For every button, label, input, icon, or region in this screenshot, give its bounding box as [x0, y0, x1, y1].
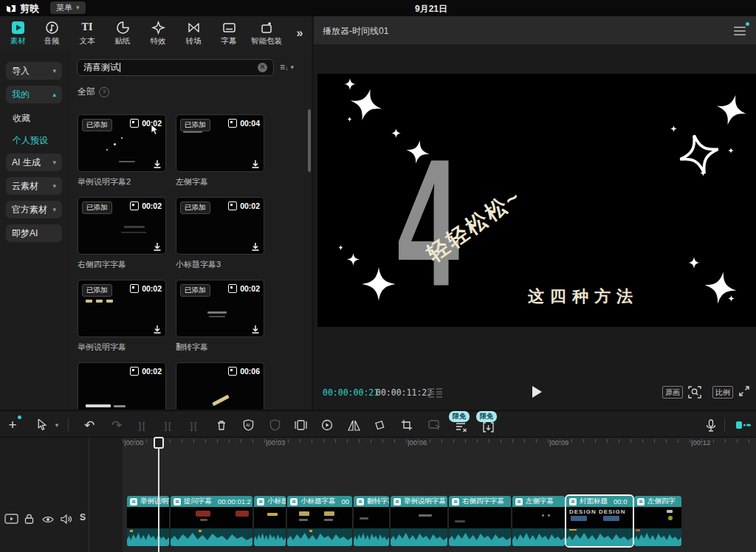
mask-button[interactable] [292, 417, 309, 433]
split-right-button[interactable]: ][ [186, 417, 202, 433]
sidebar-item-cloud-media[interactable]: 云素材▾ [6, 177, 62, 195]
sidebar-item-ai-generate[interactable]: AI 生成▾ [6, 153, 62, 171]
media-card[interactable]: 00:06 [176, 362, 264, 410]
duration-label: 00:02 [142, 367, 162, 376]
card-thumbnail: 00:06 [176, 362, 264, 410]
tab-text[interactable]: TI 文本 [69, 18, 105, 48]
mirror-button[interactable] [346, 417, 362, 433]
hide-track-button[interactable] [42, 514, 54, 527]
timeline-clip[interactable]: =举例说明字幕 [391, 496, 447, 546]
ribbon-tabbar: 素材 音频 TI 文本 贴纸 特效 转场 [0, 16, 312, 51]
sparkle-star-icon [728, 295, 735, 302]
timeline-clip[interactable]: =举例说明字幕 [127, 496, 169, 546]
delete-button[interactable] [213, 417, 230, 433]
sidebar-item-official-media[interactable]: 官方素材▾ [6, 201, 62, 218]
download-icon[interactable] [251, 159, 260, 168]
video-preview-canvas[interactable]: 4 轻轻松松~ 这四种方法 [317, 74, 756, 327]
record-voiceover-button[interactable] [703, 417, 719, 433]
search-value: 清喜测试 [83, 61, 119, 74]
timeline-clip[interactable]: =提问字幕00:00:01:2 [171, 496, 252, 546]
player-menu-icon[interactable] [734, 27, 746, 38]
frame-select-button[interactable] [426, 417, 442, 433]
chevron-down-icon: ▾ [52, 182, 56, 190]
media-card[interactable]: 已添加 00:04 左侧字幕 [176, 114, 264, 187]
rotate-button[interactable] [371, 417, 388, 433]
tab-captions[interactable]: 字幕 [211, 18, 247, 48]
select-tool-button[interactable] [34, 417, 50, 433]
speed-button[interactable] [319, 417, 335, 433]
timeline-clip[interactable]: =小标题字幕 [254, 496, 286, 546]
added-badge: 已添加 [180, 201, 210, 214]
download-icon[interactable] [153, 325, 162, 334]
timeline-clip[interactable]: =小标题字幕00 [287, 496, 352, 546]
ratio-button[interactable]: 比例 [712, 386, 733, 399]
mask-shield-button[interactable] [267, 417, 283, 433]
download-icon[interactable] [251, 325, 260, 334]
solo-track-button[interactable]: S [80, 512, 86, 522]
trash-icon [216, 420, 227, 431]
download-icon[interactable] [251, 242, 260, 251]
tab-sticker[interactable]: 贴纸 [105, 18, 140, 48]
redo-button[interactable]: ↷ [109, 417, 125, 433]
select-tool-chevron[interactable]: ▾ [49, 417, 65, 433]
tab-effects[interactable]: 特效 [140, 18, 176, 48]
lock-track-button[interactable] [24, 514, 34, 527]
ribbon-expand-button[interactable]: » [288, 18, 312, 48]
fullscreen-icon[interactable] [738, 385, 750, 397]
sort-lines-icon: ≡↓ [280, 62, 289, 72]
clear-search-icon[interactable]: ✕ [258, 63, 267, 72]
tab-transition[interactable]: 转场 [176, 18, 211, 48]
sparkle-star-outline-icon [675, 130, 724, 179]
download-icon[interactable] [153, 242, 162, 251]
playhead-line[interactable] [158, 438, 159, 552]
sort-button[interactable]: ≡↓ ▾ [280, 62, 294, 72]
search-input[interactable]: 清喜测试 ✕ [77, 59, 274, 76]
frame-view-icon[interactable] [428, 388, 442, 398]
original-quality-button[interactable]: 原画 [662, 386, 683, 399]
microphone-icon [706, 419, 716, 432]
tab-smart-pack[interactable]: 智能包装 [247, 18, 286, 48]
brackets-plus-icon [483, 422, 494, 432]
media-card[interactable]: 00:02 [78, 362, 166, 410]
sidebar-item-dreamina-ai[interactable]: 即梦AI [6, 224, 62, 242]
cursor-arrow-icon [37, 419, 47, 431]
media-card[interactable]: 已添加 00:02 翻转字幕 [176, 280, 264, 353]
media-card[interactable]: 已添加 00:02 举例说明字幕2 [78, 114, 166, 187]
timeline-clip[interactable]: =翻转字幕 [354, 496, 389, 546]
auto-caption-button[interactable] [480, 419, 496, 435]
media-card[interactable]: 已添加 00:02 小标题字幕3 [176, 197, 264, 270]
download-icon[interactable] [153, 159, 162, 168]
media-card[interactable]: 已添加 00:02 举例说明字幕 [78, 280, 166, 353]
undo-button[interactable]: ↶ [81, 417, 97, 433]
tab-audio[interactable]: 音频 [34, 18, 69, 48]
card-title: 翻转字幕 [176, 342, 264, 353]
panel-scrollbar[interactable] [308, 109, 311, 172]
sidebar-item-personal-presets[interactable]: 个人预设 [13, 134, 48, 147]
playhead-handle[interactable] [154, 437, 164, 449]
filter-all-label[interactable]: 全部 [78, 86, 95, 98]
mute-track-button[interactable] [61, 514, 72, 527]
timeline-clip[interactable]: =右侧四字字幕 [449, 496, 511, 546]
text-list-x-icon [456, 422, 467, 432]
timeline-clip[interactable]: =左侧四字 [634, 496, 681, 546]
timeline-clip-selected[interactable]: =封面标题00:0 DESIGN DESIGN [566, 496, 633, 546]
batch-edit-button[interactable] [453, 419, 470, 435]
play-button[interactable] [532, 386, 542, 398]
timeline-ruler[interactable] [123, 439, 756, 443]
crop-button[interactable] [399, 417, 415, 433]
track-display-toggle[interactable] [735, 417, 752, 433]
help-icon[interactable]: ? [99, 87, 109, 97]
sidebar-item-mine[interactable]: 我的▴ [6, 86, 62, 103]
sidebar-item-import[interactable]: 导入▾ [6, 62, 62, 80]
smart-cutout-button[interactable]: AI [240, 417, 256, 433]
split-left-button[interactable]: ][ [134, 417, 151, 433]
sidebar-item-favorites[interactable]: 收藏 [13, 112, 30, 125]
menu-button[interactable]: 菜单 ▾ [50, 1, 86, 14]
split-button[interactable]: ][ [160, 417, 176, 433]
sparkle-star-icon [347, 117, 352, 122]
add-media-button[interactable]: + [4, 417, 21, 433]
tab-media[interactable]: 素材 [0, 18, 35, 48]
timeline-clip[interactable]: =左侧字幕 [512, 496, 565, 546]
focus-zoom-icon[interactable] [688, 385, 701, 399]
media-card[interactable]: 已添加 00:02 右侧四字字幕 [78, 197, 166, 270]
